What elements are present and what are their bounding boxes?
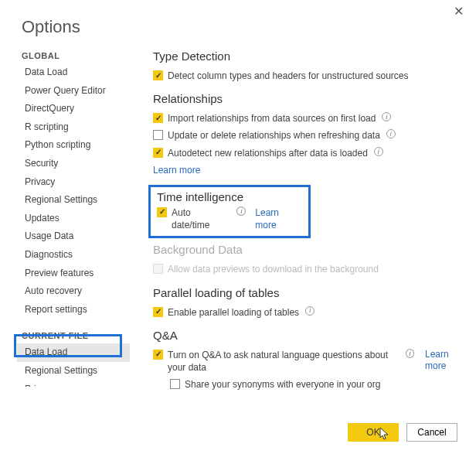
checkbox-import-relationships[interactable] bbox=[153, 113, 163, 123]
sidebar-item-cf-privacy[interactable]: Privacy bbox=[17, 381, 130, 387]
info-icon[interactable] bbox=[236, 207, 246, 216]
sidebar-item-cf-data-load[interactable]: Data Load bbox=[17, 343, 130, 362]
label-detect-column-types: Detect column types and headers for unst… bbox=[168, 70, 409, 82]
label-qa-enable: Turn on Q&A to ask natural language ques… bbox=[168, 349, 400, 374]
info-icon[interactable] bbox=[386, 129, 396, 138]
sidebar-item-global-data-load[interactable]: Data Load bbox=[17, 63, 130, 82]
checkbox-auto-date-time[interactable] bbox=[157, 207, 167, 217]
sidebar-heading-global: GLOBAL bbox=[17, 46, 130, 63]
checkbox-qa-share-synonyms[interactable] bbox=[170, 379, 180, 389]
sidebar-item-usage-data[interactable]: Usage Data bbox=[17, 227, 130, 246]
section-qa-title: Q&A bbox=[153, 329, 461, 342]
link-time-intel-learn-more[interactable]: Learn more bbox=[255, 207, 302, 231]
sidebar-item-directquery[interactable]: DirectQuery bbox=[17, 100, 130, 118]
options-content: Type Detection Detect column types and h… bbox=[133, 46, 476, 415]
checkbox-detect-column-types[interactable] bbox=[153, 70, 163, 80]
checkbox-background-data bbox=[153, 264, 163, 274]
ok-button[interactable]: OK bbox=[348, 423, 399, 442]
sidebar-item-python-scripting[interactable]: Python scripting bbox=[17, 136, 130, 155]
label-qa-share-synonyms: Share your synonyms with everyone in you… bbox=[185, 378, 380, 391]
sidebar-item-global-auto-recovery[interactable]: Auto recovery bbox=[17, 282, 130, 301]
close-button[interactable]: ✕ bbox=[449, 5, 468, 19]
info-icon[interactable] bbox=[406, 349, 414, 358]
checkbox-autodetect-relationships[interactable] bbox=[153, 148, 163, 158]
section-parallel-title: Parallel loading of tables bbox=[153, 286, 461, 299]
info-icon[interactable] bbox=[382, 112, 391, 121]
label-background-data: Allow data previews to download in the b… bbox=[168, 263, 379, 275]
link-relationships-learn-more[interactable]: Learn more bbox=[153, 164, 200, 176]
sidebar-item-cf-regional[interactable]: Regional Settings bbox=[17, 362, 130, 381]
sidebar-heading-current-file: CURRENT FILE bbox=[17, 326, 130, 343]
sidebar-item-updates[interactable]: Updates bbox=[17, 210, 130, 228]
dialog-title: Options bbox=[0, 0, 476, 46]
checkbox-update-relationships[interactable] bbox=[153, 130, 163, 140]
label-autodetect-relationships: Autodetect new relationships after data … bbox=[168, 147, 368, 159]
sidebar-item-security[interactable]: Security bbox=[17, 155, 130, 173]
checkbox-parallel-loading[interactable] bbox=[153, 307, 163, 317]
ok-button-label: OK bbox=[366, 427, 379, 438]
sidebar-item-global-regional[interactable]: Regional Settings bbox=[17, 191, 130, 210]
sidebar-item-global-privacy[interactable]: Privacy bbox=[17, 173, 130, 192]
link-qa-learn-more[interactable]: Learn more bbox=[425, 349, 456, 373]
sidebar-item-power-query-editor[interactable]: Power Query Editor bbox=[17, 82, 130, 101]
sidebar-item-report-settings[interactable]: Report settings bbox=[17, 301, 130, 319]
highlight-time-intelligence: Time intelligence Auto date/time Learn m… bbox=[148, 185, 311, 238]
label-parallel-loading: Enable parallel loading of tables bbox=[168, 306, 299, 319]
sidebar-item-preview-features[interactable]: Preview features bbox=[17, 265, 130, 283]
sidebar-item-diagnostics[interactable]: Diagnostics bbox=[17, 246, 130, 265]
cancel-button[interactable]: Cancel bbox=[406, 423, 457, 442]
sidebar[interactable]: GLOBAL Data Load Power Query Editor Dire… bbox=[17, 46, 133, 387]
sidebar-item-r-scripting[interactable]: R scripting bbox=[17, 118, 130, 137]
info-icon[interactable] bbox=[374, 147, 383, 156]
label-import-relationships: Import relationships from data sources o… bbox=[168, 112, 376, 125]
section-type-detection-title: Type Detection bbox=[153, 49, 461, 63]
section-background-data-title: Background Data bbox=[153, 243, 461, 256]
cursor-icon bbox=[379, 427, 390, 441]
section-time-intelligence-title: Time intelligence bbox=[157, 190, 302, 203]
section-relationships-title: Relationships bbox=[153, 92, 461, 105]
checkbox-qa-enable[interactable] bbox=[153, 350, 163, 360]
info-icon[interactable] bbox=[305, 306, 314, 316]
label-auto-date-time: Auto date/time bbox=[172, 207, 230, 231]
label-update-relationships: Update or delete relationships when refr… bbox=[168, 129, 380, 142]
